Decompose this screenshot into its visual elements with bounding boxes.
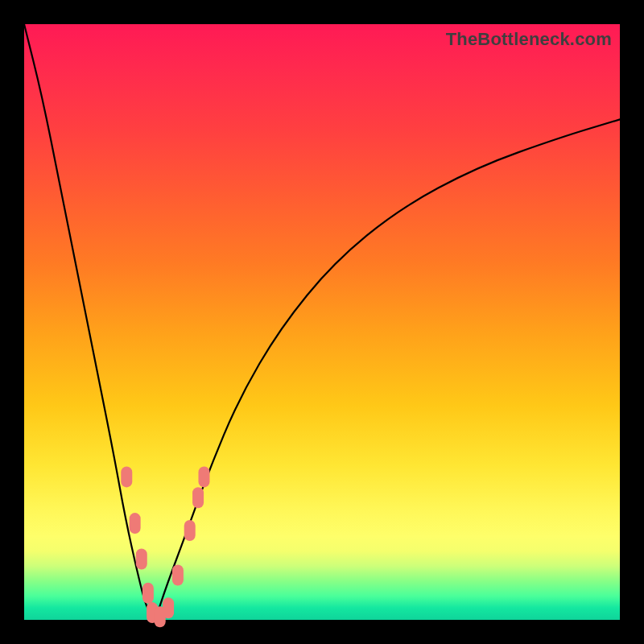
marker-pill — [121, 466, 132, 487]
bottleneck-curve — [24, 24, 620, 620]
curve-markers — [121, 466, 209, 627]
marker-pill — [198, 466, 209, 487]
marker-pill — [163, 597, 174, 618]
marker-pill — [172, 565, 184, 586]
marker-pill — [184, 520, 196, 541]
curve-right-branch — [155, 119, 620, 620]
marker-pill — [136, 549, 147, 570]
marker-pill — [130, 513, 141, 534]
outer-frame: TheBottleneck.com — [0, 0, 644, 644]
plot-area: TheBottleneck.com — [24, 24, 620, 620]
marker-pill — [142, 583, 154, 604]
marker-pill — [192, 487, 204, 508]
chart-svg — [24, 24, 620, 620]
